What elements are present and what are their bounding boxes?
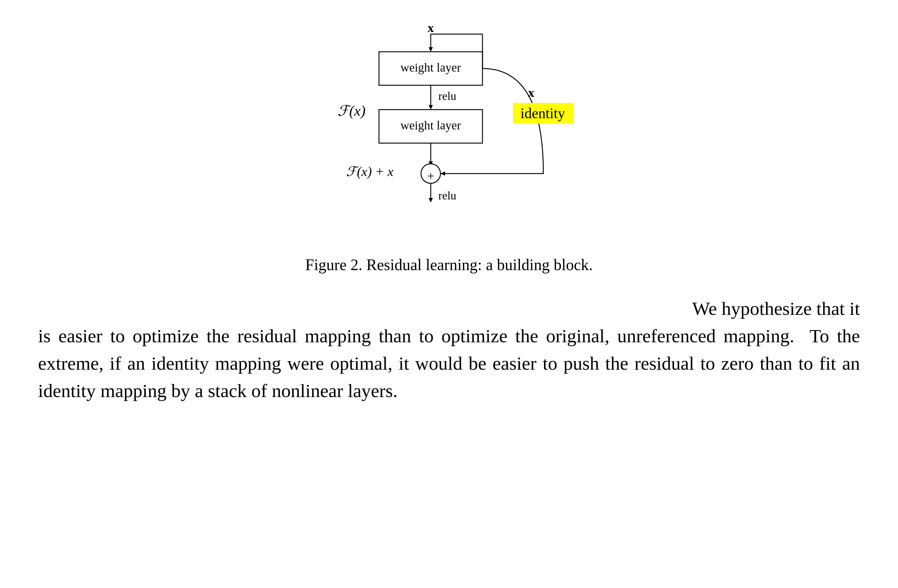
- x-right-label: x: [528, 86, 535, 100]
- relu-bottom-label: relu: [438, 189, 456, 202]
- svg-marker-3: [429, 105, 433, 109]
- diagram-section: x weight layer relu weight layer: [38, 18, 860, 237]
- identity-label: identity: [521, 105, 565, 121]
- main-paragraph: We hypothesize that it is easier to opti…: [38, 295, 860, 405]
- fx-label: ℱ(x): [338, 103, 365, 119]
- residual-block-diagram: x weight layer relu weight layer: [312, 18, 586, 237]
- weight-layer-bottom-label: weight layer: [401, 119, 461, 132]
- x-top-label: x: [428, 21, 434, 35]
- svg-marker-1: [429, 47, 433, 52]
- diagram-wrapper: x weight layer relu weight layer: [312, 18, 586, 237]
- page-container: x weight layer relu weight layer: [38, 18, 860, 405]
- main-text-block: We hypothesize that it is easier to opti…: [38, 295, 860, 405]
- figure-caption-text: Figure 2. Residual learning: a building …: [305, 256, 593, 274]
- plus-symbol: +: [427, 169, 434, 183]
- weight-layer-top-label: weight layer: [401, 61, 461, 74]
- figure-caption: Figure 2. Residual learning: a building …: [38, 256, 860, 274]
- relu-middle-label: relu: [438, 89, 456, 102]
- svg-marker-8: [440, 171, 445, 176]
- fx-plus-x-label: ℱ(x) + x: [346, 164, 394, 179]
- svg-marker-7: [429, 198, 433, 203]
